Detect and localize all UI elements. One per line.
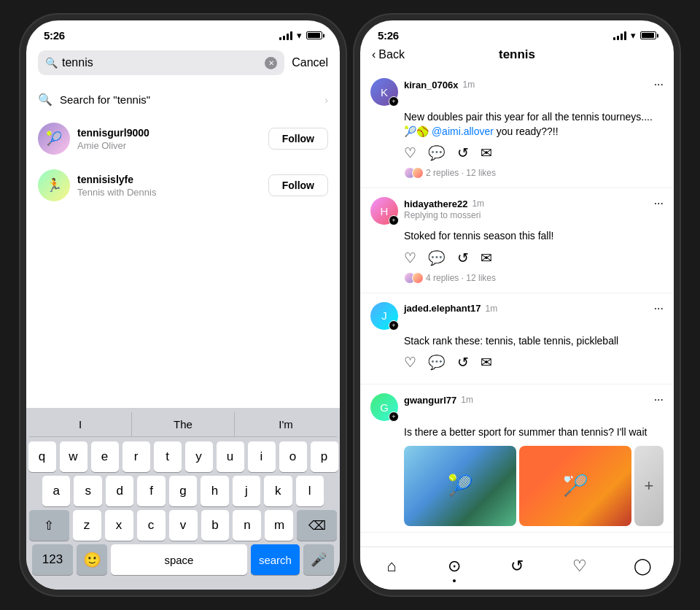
emoji-key[interactable]: 🙂 bbox=[77, 544, 107, 575]
like-icon-0[interactable]: ♡ bbox=[404, 144, 416, 161]
key-x[interactable]: x bbox=[105, 510, 133, 541]
repost-icon-1[interactable]: ↺ bbox=[457, 250, 469, 266]
key-e[interactable]: e bbox=[91, 441, 119, 472]
time-right: 5:26 bbox=[378, 29, 399, 42]
mic-key[interactable]: 🎤 bbox=[303, 544, 334, 575]
post-reply-to-1: Replying to mosseri bbox=[404, 210, 664, 220]
key-m[interactable]: m bbox=[265, 510, 293, 541]
chevron-left-icon: ‹ bbox=[372, 48, 376, 61]
suggestion-2[interactable]: I'm bbox=[235, 412, 337, 436]
post-3: G + gwangurl77 1m ··· Is there a better … bbox=[360, 385, 674, 533]
share-icon-0[interactable]: ✉ bbox=[481, 144, 492, 161]
avatar-jaded: J + bbox=[370, 302, 398, 330]
key-p[interactable]: p bbox=[311, 441, 338, 472]
key-f[interactable]: f bbox=[137, 476, 165, 506]
status-icons-right: ▾ bbox=[613, 30, 656, 41]
post-more-2[interactable]: ··· bbox=[654, 302, 664, 315]
key-u[interactable]: u bbox=[217, 441, 244, 472]
back-button[interactable]: ‹ Back bbox=[372, 48, 405, 61]
key-z[interactable]: z bbox=[73, 510, 101, 541]
mini-av-0b bbox=[412, 167, 424, 179]
post-more-1[interactable]: ··· bbox=[654, 197, 664, 210]
battery-icon-right bbox=[640, 31, 656, 39]
shift-key[interactable]: ⇧ bbox=[29, 510, 69, 541]
user-handle-0: tennisgurl9000 bbox=[77, 127, 261, 139]
key-t[interactable]: t bbox=[154, 441, 182, 472]
key-a[interactable]: a bbox=[42, 476, 70, 506]
user-desc-1: Tennis with Dennis bbox=[77, 187, 261, 198]
key-row-bottom: 123 🙂 space search 🎤 bbox=[29, 544, 337, 575]
post-username-1[interactable]: hidayathere22 bbox=[404, 198, 467, 209]
suggestion-0[interactable]: I bbox=[29, 412, 132, 436]
key-q[interactable]: q bbox=[28, 441, 56, 472]
key-d[interactable]: d bbox=[106, 476, 133, 506]
follow-button-1[interactable]: Follow bbox=[268, 174, 328, 196]
nav-activity[interactable]: ↺ bbox=[502, 555, 532, 578]
post-meta-top-2: jaded.elephant17 1m ··· bbox=[404, 302, 664, 315]
comment-icon-2[interactable]: 💬 bbox=[428, 354, 446, 371]
key-s[interactable]: s bbox=[74, 476, 101, 506]
follow-button-0[interactable]: Follow bbox=[268, 128, 328, 150]
back-label: Back bbox=[378, 48, 405, 61]
key-g[interactable]: g bbox=[169, 476, 197, 506]
search-for-row[interactable]: 🔍 Search for "tennis" › bbox=[26, 84, 340, 115]
post-time-1: 1m bbox=[472, 198, 484, 209]
post-more-0[interactable]: ··· bbox=[654, 78, 664, 91]
like-icon-1[interactable]: ♡ bbox=[404, 250, 416, 266]
space-key[interactable]: space bbox=[111, 544, 247, 575]
mention-0[interactable]: @aimi.allover bbox=[432, 126, 494, 137]
key-l[interactable]: l bbox=[296, 476, 324, 506]
post-username-2[interactable]: jaded.elephant17 bbox=[404, 303, 481, 314]
search-input-wrap[interactable]: 🔍 ✕ bbox=[38, 50, 284, 75]
repost-icon-2[interactable]: ↺ bbox=[457, 354, 469, 371]
post-username-0[interactable]: kiran_0706x bbox=[404, 80, 458, 90]
post-text-2: Stack rank these: tennis, table tennis, … bbox=[404, 334, 664, 349]
post-img-extra: + bbox=[634, 446, 664, 526]
key-r[interactable]: r bbox=[122, 441, 150, 472]
key-j[interactable]: j bbox=[233, 476, 260, 506]
nav-likes[interactable]: ♡ bbox=[565, 555, 594, 578]
key-o[interactable]: o bbox=[279, 441, 307, 472]
key-c[interactable]: c bbox=[137, 510, 166, 541]
stats-avatars-1 bbox=[404, 272, 420, 284]
like-icon-2[interactable]: ♡ bbox=[404, 354, 416, 371]
share-icon-1[interactable]: ✉ bbox=[481, 250, 492, 266]
key-n[interactable]: n bbox=[233, 510, 261, 541]
comment-icon-1[interactable]: 💬 bbox=[428, 250, 446, 266]
left-content: 🔍 ✕ Cancel 🔍 Search for "tennis" › 🎾 ten… bbox=[26, 45, 340, 590]
avatar-gwang: G + bbox=[370, 393, 398, 421]
suggestion-1[interactable]: The bbox=[132, 412, 235, 436]
nav-profile[interactable]: ◯ bbox=[628, 555, 657, 578]
avatar-hida: H + bbox=[370, 197, 398, 225]
key-b[interactable]: b bbox=[201, 510, 230, 541]
key-v[interactable]: v bbox=[169, 510, 198, 541]
plus-badge-1: + bbox=[389, 215, 399, 225]
key-row-2: a s d f g h j k l bbox=[29, 476, 337, 506]
search-for-icon: 🔍 bbox=[38, 93, 52, 107]
search-key[interactable]: search bbox=[251, 544, 300, 575]
post-img-tennis: 🎾 bbox=[404, 446, 516, 526]
status-bar-left: 5:26 ▾ bbox=[26, 20, 340, 45]
key-row-3: ⇧ z x c v b n m ⌫ bbox=[29, 510, 337, 541]
key-w[interactable]: w bbox=[60, 441, 88, 472]
key-y[interactable]: y bbox=[185, 441, 213, 472]
user-handle-1: tennisislyfe bbox=[77, 174, 261, 185]
key-k[interactable]: k bbox=[264, 476, 292, 506]
nav-search[interactable]: ⊙ bbox=[440, 555, 469, 578]
num-key[interactable]: 123 bbox=[32, 544, 73, 575]
post-more-3[interactable]: ··· bbox=[654, 393, 664, 406]
comment-icon-0[interactable]: 💬 bbox=[428, 144, 446, 161]
repost-icon-0[interactable]: ↺ bbox=[457, 144, 469, 161]
share-icon-2[interactable]: ✉ bbox=[481, 354, 492, 371]
delete-key[interactable]: ⌫ bbox=[297, 510, 337, 541]
post-header-2: J + jaded.elephant17 1m ··· bbox=[370, 302, 664, 330]
nav-home[interactable]: ⌂ bbox=[377, 555, 406, 578]
clear-button[interactable]: ✕ bbox=[265, 57, 277, 69]
search-input[interactable] bbox=[62, 56, 260, 69]
post-username-3[interactable]: gwangurl77 bbox=[404, 395, 456, 406]
feed: K + kiran_0706x 1m ··· New doubles pair … bbox=[360, 69, 674, 547]
cancel-button[interactable]: Cancel bbox=[292, 56, 328, 69]
key-h[interactable]: h bbox=[201, 476, 228, 506]
key-i[interactable]: i bbox=[248, 441, 276, 472]
plus-badge-0: + bbox=[389, 96, 399, 107]
